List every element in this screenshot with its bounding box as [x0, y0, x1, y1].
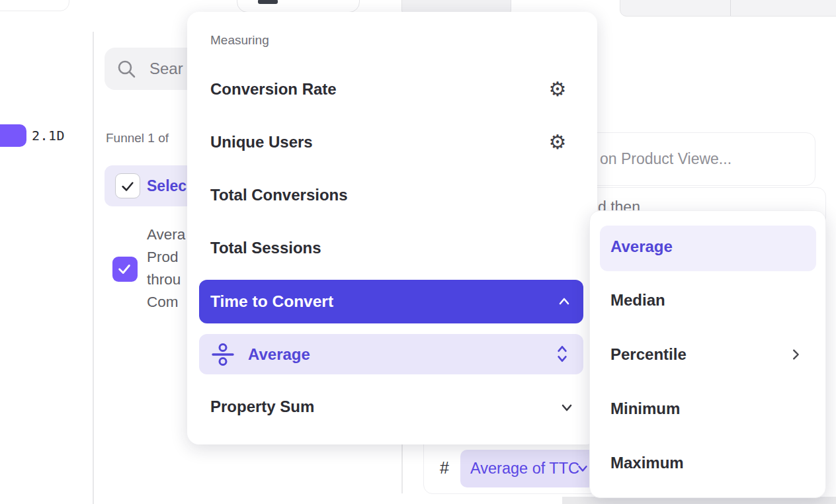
toolbar-fragment-left [401, 0, 511, 13]
measure-checkbox[interactable] [112, 257, 138, 282]
step-duration-label: 2.1D [32, 127, 65, 144]
view-toggle-pill-fragment[interactable] [237, 0, 360, 13]
chevron-right-icon [788, 347, 803, 362]
measuring-header: Measuring [210, 32, 269, 49]
unfold-more-icon [554, 344, 571, 364]
time-to-convert-label: Time to Convert [210, 280, 333, 323]
chevron-down-icon[interactable] [559, 399, 575, 415]
select-all-label: Selec [147, 165, 187, 206]
metric-chip[interactable]: Average of TTC [460, 450, 601, 487]
menu-subitem-average[interactable]: Average [199, 334, 583, 374]
funnel-counter-label: Funnel 1 of [106, 130, 169, 147]
submenu-item-average[interactable]: Average [610, 235, 673, 258]
menu-item-total-sessions[interactable]: Total Sessions [210, 237, 321, 259]
metric-chip-label: Average of TTC [470, 450, 579, 487]
measure-description-line: Com [147, 291, 193, 314]
submenu-item-median[interactable]: Median [610, 289, 665, 312]
chevron-up-icon [556, 294, 572, 310]
toolbar-divider [730, 0, 731, 16]
measuring-dropdown: Measuring Conversion Rate ⚙ Unique Users… [187, 12, 597, 444]
funnel-step-badge[interactable] [0, 124, 26, 147]
measure-description-line: Avera [147, 224, 193, 246]
select-all-checkbox[interactable] [115, 173, 140, 198]
average-sub-option-label: Average [248, 334, 310, 374]
aggregation-submenu: Average Median Percentile Minimum Maximu… [589, 210, 826, 498]
column-divider-mid [401, 437, 403, 493]
settings-gear-icon[interactable]: ⚙ [543, 77, 572, 102]
submenu-item-percentile[interactable]: Percentile [610, 343, 687, 366]
submenu-item-maximum[interactable]: Maximum [610, 452, 684, 474]
menu-item-property-sum[interactable]: Property Sum [210, 396, 314, 418]
search-icon [116, 59, 136, 79]
metric-type-symbol: # [440, 456, 449, 479]
menu-item-conversion-rate[interactable]: Conversion Rate [210, 78, 337, 101]
funnel-icon [258, 0, 278, 4]
settings-gear-icon[interactable]: ⚙ [543, 130, 572, 155]
measure-description-line: Prod [147, 246, 193, 269]
submenu-item-minimum[interactable]: Minimum [610, 398, 680, 420]
measure-description: Avera Prod throu Com [147, 224, 193, 314]
top-left-card-fragment [0, 0, 69, 11]
average-divide-icon [210, 342, 235, 367]
menu-item-unique-users[interactable]: Unique Users [210, 131, 313, 153]
menu-item-time-to-convert-selected[interactable]: Time to Convert [199, 280, 583, 323]
measure-description-line: throu [147, 269, 193, 291]
checkmark-icon [117, 262, 132, 276]
toolbar-fragment-right[interactable] [620, 0, 836, 17]
search-placeholder: Sear [149, 48, 183, 90]
chevron-down-icon [575, 461, 590, 476]
column-divider-left [93, 32, 94, 504]
menu-item-total-conversions[interactable]: Total Conversions [210, 184, 348, 206]
checkmark-icon [120, 179, 135, 194]
funnel-event-label: on Product Viewe... [600, 133, 732, 185]
